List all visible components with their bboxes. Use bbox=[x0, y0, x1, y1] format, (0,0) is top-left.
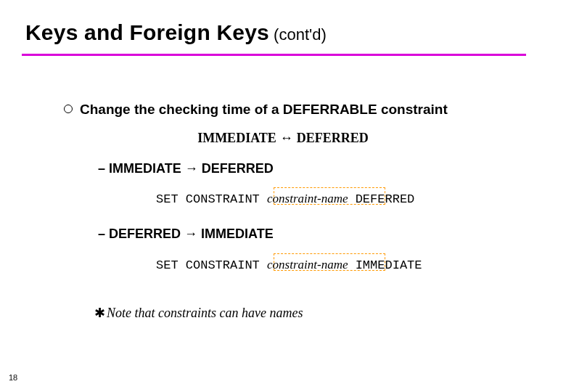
code-set-constraint-immediate: SET CONSTRAINT constraint-name IMMEDIATE bbox=[156, 258, 422, 272]
title-underline bbox=[22, 54, 526, 56]
right-arrow-icon: → bbox=[181, 226, 201, 241]
code-suffix: DEFERRED bbox=[348, 192, 414, 206]
double-arrow-icon: ↔ bbox=[276, 131, 297, 145]
dash-marker: – bbox=[98, 226, 109, 241]
bullet-change-checking: Change the checking time of a DEFERRABLE… bbox=[64, 102, 448, 118]
page-number: 18 bbox=[9, 373, 17, 382]
sub-to: IMMEDIATE bbox=[201, 226, 274, 241]
code-suffix: IMMEDIATE bbox=[348, 258, 422, 272]
code-prefix: SET CONSTRAINT bbox=[156, 258, 267, 272]
code-constraint-name-placeholder: constraint-name bbox=[267, 258, 348, 271]
code-constraint-name-placeholder: constraint-name bbox=[267, 192, 348, 205]
code-set-constraint-deferred: SET CONSTRAINT constraint-name DEFERRED bbox=[156, 192, 414, 206]
dash-marker: – bbox=[98, 161, 109, 176]
footnote: ✱Note that constraints can have names bbox=[94, 305, 303, 321]
title-main: Keys and Foreign Keys bbox=[25, 20, 269, 44]
summary-right: DEFERRED bbox=[297, 131, 369, 145]
subbullet-deferred-to-immediate: – DEFERRED → IMMEDIATE bbox=[98, 226, 274, 242]
subbullet-immediate-to-deferred: – IMMEDIATE → DEFERRED bbox=[98, 161, 274, 176]
summary-left: IMMEDIATE bbox=[197, 131, 276, 145]
right-arrow-icon: → bbox=[181, 161, 202, 176]
slide: Keys and Foreign Keys (cont'd) Change th… bbox=[0, 0, 566, 392]
bullet-text: Change the checking time of a DEFERRABLE… bbox=[80, 102, 448, 117]
footnote-text: Note that constraints can have names bbox=[107, 306, 303, 320]
immediate-deferred-summary: IMMEDIATE ↔ DEFERRED bbox=[0, 131, 566, 146]
title-suffix: (cont'd) bbox=[269, 25, 327, 44]
asterisk-icon: ✱ bbox=[94, 306, 105, 320]
sub-from: IMMEDIATE bbox=[109, 161, 181, 176]
code-prefix: SET CONSTRAINT bbox=[156, 192, 267, 206]
sub-to: DEFERRED bbox=[202, 161, 274, 176]
slide-title: Keys and Foreign Keys (cont'd) bbox=[25, 20, 327, 45]
sub-from: DEFERRED bbox=[109, 226, 181, 241]
bullet-marker-icon bbox=[64, 105, 73, 113]
